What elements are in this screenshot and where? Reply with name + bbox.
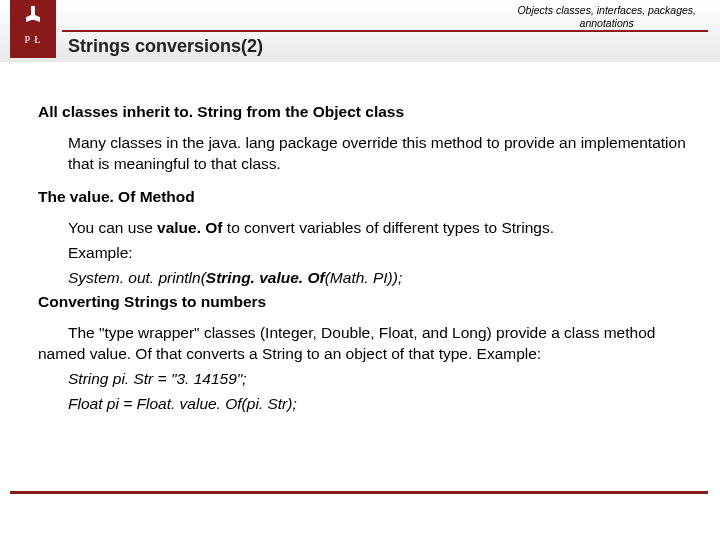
page-title: Strings conversions(2) [68,36,263,57]
institution-logo: P Ł [10,0,56,58]
text: The "type wrapper" classes (Integer, Dou… [38,324,655,362]
slide-content: All classes inherit to. String from the … [0,62,720,415]
section3-code2: Float pi = Float. value. Of(pi. Str); [68,394,692,415]
section3-body: The "type wrapper" classes (Integer, Dou… [38,323,692,365]
slide-header: Objects classes, interfaces, packages, a… [0,0,720,62]
section1-body: Many classes in the java. lang package o… [68,133,692,175]
footer-divider [10,491,708,494]
value-of-keyword: value. Of [157,219,222,236]
section1-heading: All classes inherit to. String from the … [38,102,692,123]
section2-example-label: Example: [68,243,692,264]
section3-heading: Converting Strings to numbers [38,292,692,313]
section3-code1: String pi. Str = "3. 14159"; [68,369,692,390]
logo-letters: P Ł [25,34,42,45]
section2-line: You can use value. Of to convert variabl… [68,218,692,239]
breadcrumb-line2: annotations [580,17,634,29]
text: to convert variables of different types … [223,219,554,236]
breadcrumb-line1: Objects classes, interfaces, packages, [517,4,696,16]
text: You can use [68,219,157,236]
breadcrumb: Objects classes, interfaces, packages, a… [517,4,696,29]
section2-code: System. out. println(String. value. Of(M… [68,268,692,289]
code-text: (Math. PI)); [325,269,403,286]
section2-heading: The value. Of Method [38,187,692,208]
code-emph: String. value. Of [206,269,325,286]
header-divider [62,30,708,32]
eagle-icon [26,4,40,26]
code-text: System. out. println( [68,269,206,286]
